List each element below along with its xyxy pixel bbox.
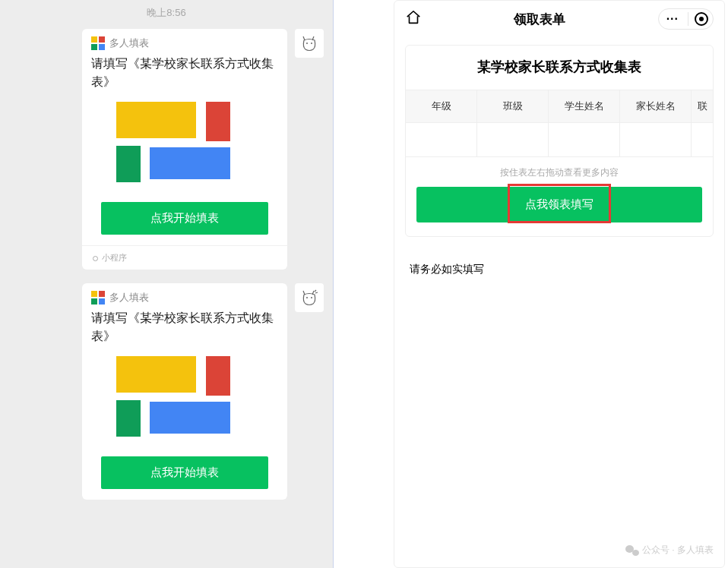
footer-credit-text: 公众号 · 多人填表: [642, 544, 714, 557]
card-app-name: 多人填表: [109, 36, 149, 50]
chat-message-row: 多人填表 请填写《某学校家长联系方式收集表》 点我开始填表 小程序: [0, 29, 333, 283]
card-app-name: 多人填表: [109, 291, 149, 305]
form-title: 某学校家长联系方式收集表: [406, 58, 713, 76]
miniprogram-panel: 领取表单 ··· 某学校家长联系方式收集表 年级 班级 学生姓名 家长姓名: [394, 0, 725, 568]
svg-point-3: [311, 297, 312, 298]
card-cover-image: [93, 102, 276, 193]
card-header: 多人填表: [82, 29, 287, 55]
more-button[interactable]: ···: [663, 12, 682, 26]
claim-form-button[interactable]: 点我领表填写: [416, 187, 702, 222]
miniprogram-header: 领取表单 ···: [394, 1, 724, 37]
svg-point-1: [311, 43, 312, 44]
miniprogram-card[interactable]: 多人填表 请填写《某学校家长联系方式收集表》 点我开始填表: [82, 283, 287, 500]
app-logo-icon: [91, 291, 105, 305]
table-cell: [692, 123, 713, 156]
card-title: 请填写《某学校家长联系方式收集表》: [82, 309, 287, 353]
capsule-controls: ···: [658, 8, 714, 30]
table-header: 联: [692, 90, 713, 123]
card-footer-label: 小程序: [102, 252, 127, 263]
chat-message-row: 多人填表 请填写《某学校家长联系方式收集表》 点我开始填表: [0, 283, 333, 513]
card-cover-image: [93, 356, 276, 447]
cat-avatar-icon: [298, 32, 321, 55]
svg-point-0: [306, 43, 308, 44]
start-fill-button[interactable]: 点我开始填表: [101, 202, 268, 235]
drag-hint-text: 按住表左右拖动查看更多内容: [406, 166, 713, 179]
user-avatar[interactable]: [295, 29, 324, 58]
form-preview-card: 某学校家长联系方式收集表 年级 班级 学生姓名 家长姓名 联: [405, 45, 714, 237]
start-fill-button[interactable]: 点我开始填表: [101, 456, 268, 489]
table-header: 家长姓名: [620, 90, 691, 123]
app-logo-icon: [91, 36, 105, 50]
table-header: 年级: [406, 90, 476, 123]
svg-point-2: [306, 297, 308, 298]
table-cell: [406, 123, 476, 156]
card-footer: 小程序: [82, 245, 287, 270]
table-header: 班级: [477, 90, 548, 123]
form-notice-text: 请务必如实填写: [394, 245, 724, 295]
table-cell: [477, 123, 548, 156]
chat-panel: 晚上8:56 多人填表 请填写《某学校家长联系方式收集表》 点我开始填表 小程序: [0, 0, 333, 568]
chat-timestamp: 晚上8:56: [0, 0, 333, 29]
user-avatar[interactable]: [295, 283, 324, 312]
wechat-icon: [625, 544, 639, 557]
miniprogram-card[interactable]: 多人填表 请填写《某学校家长联系方式收集表》 点我开始填表 小程序: [82, 29, 287, 270]
page-title: 领取表单: [514, 11, 565, 28]
table-cell: [620, 123, 691, 156]
panel-divider: [333, 0, 334, 568]
cat-avatar-icon: [298, 286, 321, 309]
table-header: 学生姓名: [549, 90, 619, 123]
capsule-divider: [688, 12, 688, 26]
card-title: 请填写《某学校家长联系方式收集表》: [82, 55, 287, 99]
home-icon: [405, 9, 422, 26]
form-table[interactable]: 年级 班级 学生姓名 家长姓名 联: [406, 90, 713, 157]
table-cell: [549, 123, 619, 156]
close-miniprogram-button[interactable]: [695, 12, 708, 26]
home-button[interactable]: [405, 9, 422, 29]
footer-credit[interactable]: 公众号 · 多人填表: [625, 544, 714, 557]
card-header: 多人填表: [82, 283, 287, 309]
miniprogram-link-icon: [91, 254, 99, 262]
